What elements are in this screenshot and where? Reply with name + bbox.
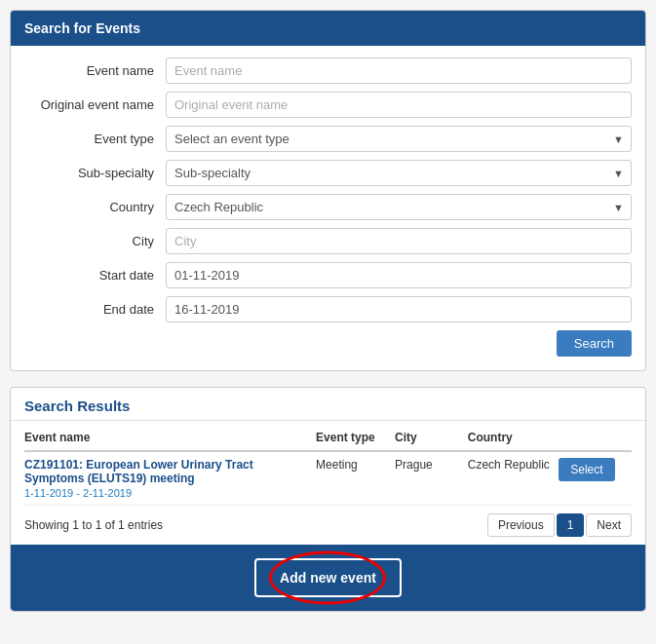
entries-text: Showing 1 to 1 of 1 entries: [24, 518, 163, 532]
page-number-active: 1: [557, 513, 585, 537]
col-header-action: [559, 425, 632, 451]
cell-city: Prague: [395, 451, 468, 506]
results-title: Search Results: [11, 388, 645, 421]
city-label: City: [24, 234, 166, 248]
start-date-input[interactable]: [166, 262, 632, 288]
start-date-row: Start date: [24, 262, 632, 288]
sub-specialty-select-wrapper: Sub-specialty ▼: [166, 160, 632, 186]
cell-event-name: CZ191101: European Lower Urinary Tract S…: [24, 451, 316, 506]
next-button[interactable]: Next: [586, 513, 632, 537]
sub-specialty-label: Sub-specialty: [24, 166, 166, 180]
table-row: CZ191101: European Lower Urinary Tract S…: [24, 451, 632, 506]
event-name-input[interactable]: [166, 57, 632, 84]
panel-title: Search for Events: [24, 20, 140, 36]
results-table: Event name Event type City Country CZ191…: [24, 425, 632, 506]
previous-button[interactable]: Previous: [487, 513, 555, 537]
end-date-input[interactable]: [166, 296, 632, 322]
country-select-wrapper: Czech Republic ▼: [166, 194, 632, 220]
select-button[interactable]: Select: [559, 458, 614, 481]
results-section: Search Results Event name Event type Cit…: [10, 387, 646, 612]
city-row: City: [24, 228, 632, 254]
results-table-wrapper: Event name Event type City Country CZ191…: [11, 425, 645, 506]
country-select[interactable]: Czech Republic: [166, 194, 632, 220]
table-header-row: Event name Event type City Country: [24, 425, 632, 451]
search-panel-body: Event name Original event name Event typ…: [11, 46, 645, 370]
page-wrapper: Search for Events Event name Original ev…: [0, 0, 656, 622]
col-header-event-name: Event name: [24, 425, 316, 451]
sub-specialty-row: Sub-specialty Sub-specialty ▼: [24, 160, 632, 186]
pagination-controls: Previous 1 Next: [487, 513, 632, 537]
end-date-row: End date: [24, 296, 632, 322]
col-header-city: City: [395, 425, 468, 451]
col-header-event-type: Event type: [316, 425, 395, 451]
col-header-country: Country: [468, 425, 559, 451]
sub-specialty-select[interactable]: Sub-specialty: [166, 160, 632, 186]
country-row: Country Czech Republic ▼: [24, 194, 632, 220]
event-name-row: Event name: [24, 57, 632, 84]
cell-event-type: Meeting: [316, 451, 395, 506]
search-panel-header: Search for Events: [11, 11, 645, 46]
search-btn-row: Search: [24, 330, 632, 357]
start-date-label: Start date: [24, 268, 166, 283]
event-type-label: Event type: [24, 132, 166, 146]
pagination-row: Showing 1 to 1 of 1 entries Previous 1 N…: [11, 506, 645, 545]
end-date-label: End date: [24, 302, 166, 317]
event-type-select[interactable]: Select an event type: [166, 126, 632, 152]
add-new-event-button[interactable]: Add new event: [254, 558, 402, 597]
search-button[interactable]: Search: [557, 330, 632, 357]
add-event-footer: Add new event: [11, 545, 645, 611]
city-input[interactable]: [166, 228, 632, 254]
event-name-label: Event name: [24, 63, 166, 78]
original-event-name-input[interactable]: [166, 92, 632, 118]
original-event-name-label: Original event name: [24, 97, 166, 112]
cell-action: Select: [559, 451, 632, 506]
country-label: Country: [24, 200, 166, 214]
event-type-select-wrapper: Select an event type ▼: [166, 126, 632, 152]
cell-country: Czech Republic: [468, 451, 559, 506]
event-dates-text: 1-11-2019 - 2-11-2019: [24, 487, 312, 499]
event-name-text: CZ191101: European Lower Urinary Tract S…: [24, 458, 312, 485]
original-event-name-row: Original event name: [24, 92, 632, 118]
event-type-row: Event type Select an event type ▼: [24, 126, 632, 152]
search-panel: Search for Events Event name Original ev…: [10, 10, 646, 371]
